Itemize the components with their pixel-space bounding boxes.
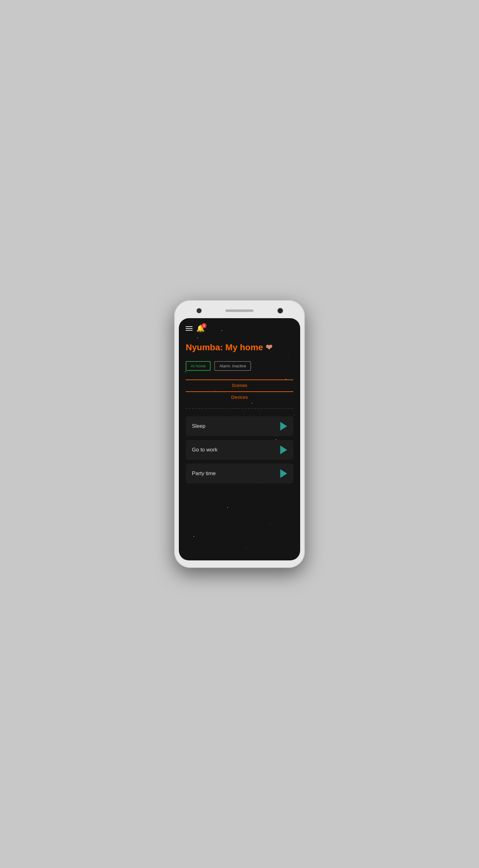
heart-icon: ❤ — [266, 343, 272, 352]
home-title: Nyumba: My home ❤ — [186, 342, 293, 352]
sleep-scene-label: Sleep — [192, 423, 205, 429]
phone-speaker — [226, 309, 253, 312]
notifications-button[interactable]: 🔔 2 — [196, 324, 205, 333]
section-divider — [186, 408, 293, 409]
scenes-tab-label: Scenes — [232, 383, 247, 388]
tabs-container: Scenes Devices — [186, 379, 293, 403]
tab-scenes[interactable]: Scenes — [186, 379, 293, 391]
phone-frame: 🔔 2 Nyumba: My home ❤ At home — [174, 300, 305, 568]
at-home-badge[interactable]: At home — [186, 361, 211, 371]
go-to-work-scene-label: Go to work — [192, 447, 217, 453]
menu-button[interactable] — [186, 326, 193, 331]
scenes-list: Sleep Go to work Party time — [186, 416, 293, 484]
hamburger-line-1 — [186, 326, 193, 327]
phone-top-bar — [178, 306, 301, 316]
devices-tab-label: Devices — [231, 395, 248, 400]
title-text: Nyumba: My home — [186, 342, 263, 352]
party-time-play-button[interactable] — [280, 469, 287, 478]
hamburger-line-3 — [186, 330, 193, 331]
at-home-label: At home — [191, 364, 206, 368]
go-to-work-play-button[interactable] — [280, 445, 287, 454]
alarm-badge[interactable]: Alarm: Inactive — [214, 361, 251, 371]
notification-badge: 2 — [202, 323, 207, 328]
notification-count: 2 — [203, 324, 205, 327]
alarm-label: Alarm: Inactive — [219, 364, 246, 368]
app-header: 🔔 2 — [186, 324, 293, 333]
status-badges-row: At home Alarm: Inactive — [186, 361, 293, 371]
front-camera-left — [197, 308, 202, 313]
go-to-work-scene-card[interactable]: Go to work — [186, 440, 293, 460]
party-time-scene-card[interactable]: Party time — [186, 464, 293, 484]
phone-screen: 🔔 2 Nyumba: My home ❤ At home — [179, 318, 300, 560]
hamburger-line-2 — [186, 328, 193, 329]
screen-content: 🔔 2 Nyumba: My home ❤ At home — [179, 318, 300, 560]
page-title-section: Nyumba: My home ❤ — [186, 342, 293, 352]
party-time-scene-label: Party time — [192, 470, 216, 477]
sleep-play-button[interactable] — [280, 422, 287, 431]
tab-devices[interactable]: Devices — [186, 391, 293, 403]
front-camera-right — [277, 308, 283, 313]
sleep-scene-card[interactable]: Sleep — [186, 416, 293, 436]
